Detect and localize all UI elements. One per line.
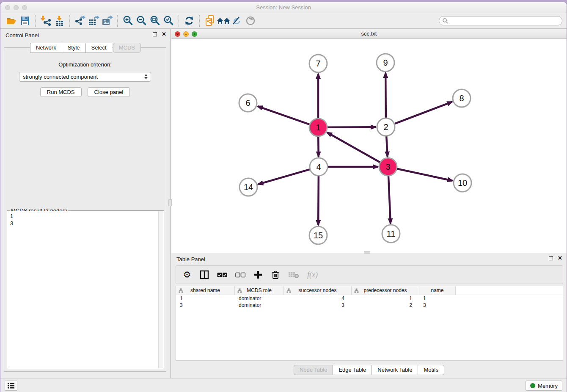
export-table-icon	[88, 15, 99, 26]
show-columns-button[interactable]	[200, 269, 209, 280]
graph-node-label: 11	[387, 229, 396, 238]
tab-network-table[interactable]: Network Table	[372, 365, 418, 375]
open-session-button[interactable]	[5, 14, 18, 27]
home-view-button[interactable]	[217, 14, 230, 27]
optimization-select[interactable]: strongly connected component	[19, 72, 151, 82]
graph-node-7[interactable]: 7	[309, 55, 327, 72]
graph-node-8[interactable]: 8	[453, 89, 471, 107]
graph-edge-3-1[interactable]	[327, 133, 380, 163]
tab-select[interactable]: Select	[85, 43, 112, 53]
tab-motifs[interactable]: Motifs	[418, 365, 444, 375]
graph-edge-1-2[interactable]	[327, 127, 376, 127]
copy-network-view-button[interactable]	[203, 14, 217, 27]
column-header-name[interactable]: name	[419, 286, 456, 295]
save-session-button[interactable]	[18, 14, 32, 27]
two-houses-icon	[217, 16, 230, 26]
graph-edge-4-15[interactable]	[318, 176, 319, 225]
table-settings-button[interactable]: ⚙	[182, 269, 192, 280]
column-header-predecessor-nodes[interactable]: predecessor nodes	[352, 286, 419, 295]
graph-node-6[interactable]: 6	[239, 94, 257, 112]
zoom-fit-button[interactable]	[148, 14, 162, 27]
float-panel-icon[interactable]	[153, 32, 157, 36]
graph-edge-2-8[interactable]	[394, 102, 452, 124]
minimize-window-icon[interactable]	[14, 5, 19, 10]
export-image-icon	[101, 15, 113, 26]
mcds-result-text[interactable]: 1 3	[8, 211, 158, 368]
result-scrollbar[interactable]	[158, 211, 163, 368]
graph-node-9[interactable]: 9	[377, 54, 394, 72]
graph-edge-1-4[interactable]	[318, 136, 319, 157]
search-container	[439, 16, 562, 25]
search-input[interactable]	[439, 16, 562, 25]
memory-button[interactable]: Memory	[526, 381, 562, 391]
refresh-button[interactable]	[182, 14, 196, 27]
import-table-button[interactable]	[52, 14, 66, 27]
zoom-in-button[interactable]	[121, 14, 135, 27]
close-window-icon[interactable]	[5, 5, 10, 10]
tab-network[interactable]: Network	[30, 43, 62, 53]
network-canvas[interactable]: 1234678910111415	[171, 39, 567, 253]
graph-node-3[interactable]: 3	[379, 158, 397, 176]
column-header-successor-nodes[interactable]: successor nodes	[284, 286, 352, 295]
table-cell: 1	[419, 295, 456, 302]
table-cell: dominator	[235, 295, 284, 302]
add-column-button[interactable]	[253, 269, 263, 280]
table-row[interactable]: 3dominator323	[176, 302, 563, 309]
delete-column-button[interactable]	[271, 269, 280, 280]
show-eye-button[interactable]	[244, 14, 257, 27]
graph-node-11[interactable]: 11	[382, 225, 400, 243]
column-header-MCDS-role[interactable]: MCDS role	[235, 286, 284, 295]
graph-node-2[interactable]: 2	[377, 118, 395, 136]
graph-edge-1-6[interactable]	[258, 106, 310, 124]
zoom-selected-button[interactable]	[162, 14, 175, 27]
column-header-shared-name[interactable]: shared name	[176, 286, 235, 295]
export-image-button[interactable]	[100, 14, 114, 27]
graph-node-15[interactable]: 15	[309, 226, 327, 244]
select-all-button[interactable]	[217, 269, 227, 280]
horizontal-splitter-handle[interactable]	[364, 251, 370, 254]
close-table-panel-icon[interactable]: ✕	[558, 256, 562, 260]
run-mcds-button[interactable]: Run MCDS	[40, 87, 82, 97]
zoom-out-button[interactable]	[135, 14, 148, 27]
table-row[interactable]: 1dominator411	[176, 295, 563, 302]
import-table-icon	[53, 15, 65, 26]
table-cell: 1	[176, 295, 235, 302]
vertical-splitter-handle[interactable]	[168, 199, 172, 206]
delete-table-button[interactable]	[288, 269, 299, 280]
network-close-icon[interactable]: ✕	[175, 31, 180, 37]
graph-edge-3-11[interactable]	[388, 176, 391, 224]
graph-node-14[interactable]: 14	[239, 178, 257, 196]
export-network-button[interactable]	[73, 14, 87, 27]
hide-glasses-button[interactable]	[230, 14, 244, 27]
import-network-button[interactable]	[39, 14, 52, 27]
maximize-window-icon[interactable]	[22, 5, 27, 10]
graph-edge-2-9[interactable]	[385, 73, 386, 118]
graph-node-label: 1	[316, 123, 320, 132]
close-panel-icon[interactable]: ✕	[162, 32, 166, 36]
task-history-button[interactable]	[5, 381, 17, 391]
graph-node-10[interactable]: 10	[454, 174, 471, 192]
column-header-label: predecessor nodes	[363, 287, 407, 293]
select-stepper-icon	[144, 74, 148, 79]
graph-node-1[interactable]: 1	[309, 119, 327, 136]
delete-table-icon	[288, 271, 299, 279]
column-type-icon	[237, 288, 242, 293]
graph-edge-3-10[interactable]	[397, 168, 453, 181]
tab-mcds[interactable]: MCDS	[113, 43, 141, 53]
import-network-icon	[40, 15, 52, 26]
graph-edge-4-14[interactable]	[258, 169, 310, 185]
network-minimize-icon[interactable]: −	[183, 31, 189, 37]
export-table-button[interactable]	[87, 14, 100, 27]
close-panel-button[interactable]: Close panel	[88, 87, 130, 97]
function-builder-button[interactable]: f(x)	[307, 269, 318, 280]
tab-node-table[interactable]: Node Table	[294, 365, 333, 375]
graph-node-4[interactable]: 4	[310, 158, 328, 176]
control-panel-tabs: NetworkStyleSelectMCDS	[0, 43, 171, 53]
tab-edge-table[interactable]: Edge Table	[333, 365, 372, 375]
graph-edge-2-3[interactable]	[386, 136, 388, 157]
tab-style[interactable]: Style	[62, 43, 85, 53]
zoom-selected-icon	[163, 15, 174, 26]
network-zoom-icon[interactable]: +	[192, 31, 197, 37]
float-table-panel-icon[interactable]	[549, 256, 553, 260]
deselect-all-button[interactable]	[235, 269, 245, 280]
